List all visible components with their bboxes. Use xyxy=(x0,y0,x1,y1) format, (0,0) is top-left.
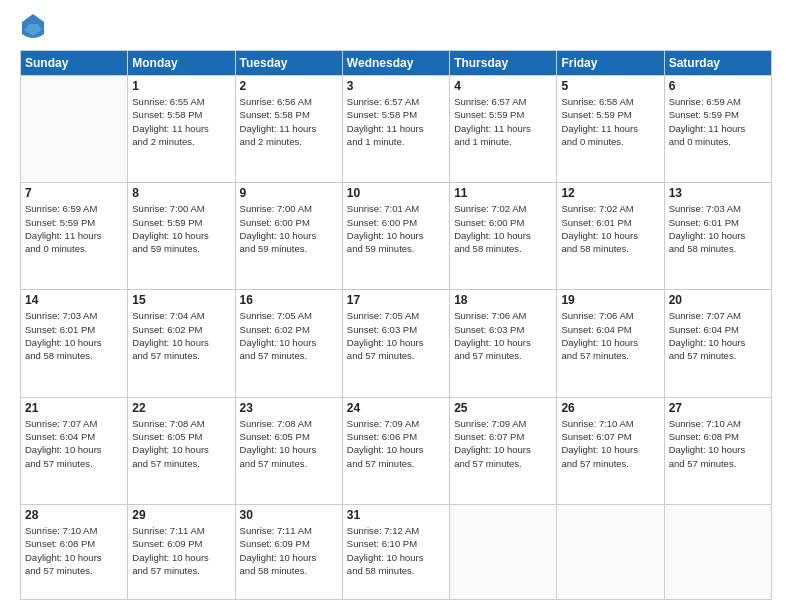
day-number: 12 xyxy=(561,186,659,200)
calendar-header-friday: Friday xyxy=(557,51,664,76)
calendar-cell: 24Sunrise: 7:09 AMSunset: 6:06 PMDayligh… xyxy=(342,397,449,504)
day-info: Sunrise: 6:55 AMSunset: 5:58 PMDaylight:… xyxy=(132,95,230,148)
calendar-cell: 12Sunrise: 7:02 AMSunset: 6:01 PMDayligh… xyxy=(557,183,664,290)
day-info: Sunrise: 6:58 AMSunset: 5:59 PMDaylight:… xyxy=(561,95,659,148)
calendar-cell: 30Sunrise: 7:11 AMSunset: 6:09 PMDayligh… xyxy=(235,504,342,599)
day-number: 8 xyxy=(132,186,230,200)
day-number: 10 xyxy=(347,186,445,200)
day-number: 3 xyxy=(347,79,445,93)
calendar-cell: 18Sunrise: 7:06 AMSunset: 6:03 PMDayligh… xyxy=(450,290,557,397)
day-info: Sunrise: 7:02 AMSunset: 6:01 PMDaylight:… xyxy=(561,202,659,255)
day-number: 19 xyxy=(561,293,659,307)
calendar-header-thursday: Thursday xyxy=(450,51,557,76)
day-info: Sunrise: 7:09 AMSunset: 6:07 PMDaylight:… xyxy=(454,417,552,470)
calendar-cell xyxy=(557,504,664,599)
calendar-cell: 14Sunrise: 7:03 AMSunset: 6:01 PMDayligh… xyxy=(21,290,128,397)
calendar-header-monday: Monday xyxy=(128,51,235,76)
calendar-cell: 21Sunrise: 7:07 AMSunset: 6:04 PMDayligh… xyxy=(21,397,128,504)
day-number: 14 xyxy=(25,293,123,307)
day-number: 1 xyxy=(132,79,230,93)
logo-icon xyxy=(22,14,44,42)
day-number: 22 xyxy=(132,401,230,415)
calendar-cell: 15Sunrise: 7:04 AMSunset: 6:02 PMDayligh… xyxy=(128,290,235,397)
day-info: Sunrise: 7:03 AMSunset: 6:01 PMDaylight:… xyxy=(669,202,767,255)
day-info: Sunrise: 7:04 AMSunset: 6:02 PMDaylight:… xyxy=(132,309,230,362)
calendar-cell: 27Sunrise: 7:10 AMSunset: 6:08 PMDayligh… xyxy=(664,397,771,504)
calendar-cell: 7Sunrise: 6:59 AMSunset: 5:59 PMDaylight… xyxy=(21,183,128,290)
calendar-cell: 11Sunrise: 7:02 AMSunset: 6:00 PMDayligh… xyxy=(450,183,557,290)
calendar-week-2: 7Sunrise: 6:59 AMSunset: 5:59 PMDaylight… xyxy=(21,183,772,290)
calendar-cell: 22Sunrise: 7:08 AMSunset: 6:05 PMDayligh… xyxy=(128,397,235,504)
day-info: Sunrise: 7:00 AMSunset: 5:59 PMDaylight:… xyxy=(132,202,230,255)
day-info: Sunrise: 7:06 AMSunset: 6:04 PMDaylight:… xyxy=(561,309,659,362)
day-number: 11 xyxy=(454,186,552,200)
calendar-cell: 26Sunrise: 7:10 AMSunset: 6:07 PMDayligh… xyxy=(557,397,664,504)
calendar-cell: 31Sunrise: 7:12 AMSunset: 6:10 PMDayligh… xyxy=(342,504,449,599)
day-number: 30 xyxy=(240,508,338,522)
day-info: Sunrise: 7:10 AMSunset: 6:08 PMDaylight:… xyxy=(669,417,767,470)
calendar-week-4: 21Sunrise: 7:07 AMSunset: 6:04 PMDayligh… xyxy=(21,397,772,504)
day-number: 7 xyxy=(25,186,123,200)
day-info: Sunrise: 7:11 AMSunset: 6:09 PMDaylight:… xyxy=(240,524,338,577)
calendar-cell: 5Sunrise: 6:58 AMSunset: 5:59 PMDaylight… xyxy=(557,76,664,183)
day-number: 6 xyxy=(669,79,767,93)
calendar-week-3: 14Sunrise: 7:03 AMSunset: 6:01 PMDayligh… xyxy=(21,290,772,397)
calendar-week-1: 1Sunrise: 6:55 AMSunset: 5:58 PMDaylight… xyxy=(21,76,772,183)
calendar-header-wednesday: Wednesday xyxy=(342,51,449,76)
day-info: Sunrise: 7:05 AMSunset: 6:03 PMDaylight:… xyxy=(347,309,445,362)
day-info: Sunrise: 7:07 AMSunset: 6:04 PMDaylight:… xyxy=(25,417,123,470)
day-info: Sunrise: 6:59 AMSunset: 5:59 PMDaylight:… xyxy=(669,95,767,148)
day-info: Sunrise: 6:59 AMSunset: 5:59 PMDaylight:… xyxy=(25,202,123,255)
calendar-cell: 23Sunrise: 7:08 AMSunset: 6:05 PMDayligh… xyxy=(235,397,342,504)
calendar-cell: 28Sunrise: 7:10 AMSunset: 6:08 PMDayligh… xyxy=(21,504,128,599)
calendar-cell: 3Sunrise: 6:57 AMSunset: 5:58 PMDaylight… xyxy=(342,76,449,183)
day-info: Sunrise: 7:03 AMSunset: 6:01 PMDaylight:… xyxy=(25,309,123,362)
calendar-cell: 4Sunrise: 6:57 AMSunset: 5:59 PMDaylight… xyxy=(450,76,557,183)
day-number: 27 xyxy=(669,401,767,415)
day-number: 5 xyxy=(561,79,659,93)
day-info: Sunrise: 7:11 AMSunset: 6:09 PMDaylight:… xyxy=(132,524,230,577)
day-number: 23 xyxy=(240,401,338,415)
day-number: 29 xyxy=(132,508,230,522)
logo xyxy=(20,18,44,42)
day-info: Sunrise: 7:10 AMSunset: 6:07 PMDaylight:… xyxy=(561,417,659,470)
calendar-cell: 1Sunrise: 6:55 AMSunset: 5:58 PMDaylight… xyxy=(128,76,235,183)
day-info: Sunrise: 7:06 AMSunset: 6:03 PMDaylight:… xyxy=(454,309,552,362)
calendar-header-row: SundayMondayTuesdayWednesdayThursdayFrid… xyxy=(21,51,772,76)
calendar-cell: 17Sunrise: 7:05 AMSunset: 6:03 PMDayligh… xyxy=(342,290,449,397)
day-number: 21 xyxy=(25,401,123,415)
calendar-table: SundayMondayTuesdayWednesdayThursdayFrid… xyxy=(20,50,772,600)
day-info: Sunrise: 6:57 AMSunset: 5:59 PMDaylight:… xyxy=(454,95,552,148)
calendar-cell: 8Sunrise: 7:00 AMSunset: 5:59 PMDaylight… xyxy=(128,183,235,290)
page: SundayMondayTuesdayWednesdayThursdayFrid… xyxy=(0,0,792,612)
calendar-week-5: 28Sunrise: 7:10 AMSunset: 6:08 PMDayligh… xyxy=(21,504,772,599)
calendar-header-tuesday: Tuesday xyxy=(235,51,342,76)
day-number: 4 xyxy=(454,79,552,93)
day-number: 9 xyxy=(240,186,338,200)
day-info: Sunrise: 7:07 AMSunset: 6:04 PMDaylight:… xyxy=(669,309,767,362)
day-info: Sunrise: 7:02 AMSunset: 6:00 PMDaylight:… xyxy=(454,202,552,255)
calendar-header-sunday: Sunday xyxy=(21,51,128,76)
day-number: 18 xyxy=(454,293,552,307)
header xyxy=(20,18,772,42)
day-number: 26 xyxy=(561,401,659,415)
day-number: 28 xyxy=(25,508,123,522)
calendar-cell: 29Sunrise: 7:11 AMSunset: 6:09 PMDayligh… xyxy=(128,504,235,599)
calendar-cell xyxy=(21,76,128,183)
day-number: 15 xyxy=(132,293,230,307)
calendar-header-saturday: Saturday xyxy=(664,51,771,76)
day-number: 20 xyxy=(669,293,767,307)
day-info: Sunrise: 7:12 AMSunset: 6:10 PMDaylight:… xyxy=(347,524,445,577)
day-number: 2 xyxy=(240,79,338,93)
day-number: 17 xyxy=(347,293,445,307)
day-info: Sunrise: 7:01 AMSunset: 6:00 PMDaylight:… xyxy=(347,202,445,255)
calendar-cell: 13Sunrise: 7:03 AMSunset: 6:01 PMDayligh… xyxy=(664,183,771,290)
day-info: Sunrise: 7:09 AMSunset: 6:06 PMDaylight:… xyxy=(347,417,445,470)
day-info: Sunrise: 7:10 AMSunset: 6:08 PMDaylight:… xyxy=(25,524,123,577)
calendar-cell: 6Sunrise: 6:59 AMSunset: 5:59 PMDaylight… xyxy=(664,76,771,183)
calendar-cell xyxy=(450,504,557,599)
day-info: Sunrise: 7:05 AMSunset: 6:02 PMDaylight:… xyxy=(240,309,338,362)
day-info: Sunrise: 6:57 AMSunset: 5:58 PMDaylight:… xyxy=(347,95,445,148)
day-number: 16 xyxy=(240,293,338,307)
calendar-cell: 10Sunrise: 7:01 AMSunset: 6:00 PMDayligh… xyxy=(342,183,449,290)
